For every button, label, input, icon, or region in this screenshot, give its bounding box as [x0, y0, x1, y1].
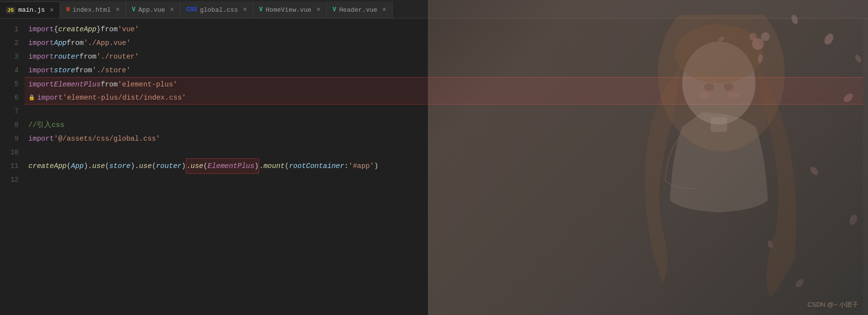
token-plain: ( [105, 159, 110, 173]
code-content: import { createApp } from 'vue'import Ap… [24, 19, 863, 315]
token-str: './App.vue' [84, 36, 131, 50]
line-number: 8 [0, 118, 19, 132]
token-plain: ) [374, 159, 378, 173]
token-str: 'element-plus' [118, 78, 178, 91]
tab-close-button[interactable]: × [50, 7, 54, 14]
code-line: import ElementPlus from 'element-plus' [24, 77, 863, 91]
editor: JSmain.js×Hindex.html×VApp.vue×CSSglobal… [0, 0, 868, 315]
token-fn: createApp [28, 159, 67, 173]
token-str: './router' [96, 50, 139, 63]
token-plain: ( [152, 159, 156, 173]
token-plain: ) [254, 162, 259, 170]
code-line: import '@/assets/css/global.css' [24, 132, 863, 146]
tab-homeview-vue[interactable]: VHomeView.vue× [253, 1, 327, 18]
tab-label: index.html [72, 6, 111, 14]
token-from-kw: from [79, 50, 96, 63]
token-fn: createApp [58, 22, 96, 36]
line-number: 7 [0, 105, 19, 118]
token-plain: . [88, 159, 92, 173]
tab-icon-vue: V [132, 6, 135, 13]
tab-icon-html: H [66, 6, 69, 13]
token-plain: } [96, 22, 101, 36]
line-number: 1 [0, 22, 19, 36]
tab-label: Header.vue [339, 6, 378, 14]
token-from-kw: from [75, 63, 92, 77]
token-str: 'vue' [118, 22, 139, 36]
token-var: store [109, 159, 131, 173]
token-var: router [54, 50, 79, 63]
code-line: import router from './router' [24, 50, 863, 63]
line-number: 4 [0, 63, 19, 77]
token-comment: //引入css [28, 118, 65, 132]
line-number: 3 [0, 50, 19, 63]
token-ep: ElementPlus [208, 162, 255, 170]
token-str: '@/assets/css/global.css' [54, 132, 160, 146]
tab-icon-js: JS [6, 7, 15, 14]
token-var: router [156, 159, 181, 173]
token-str: 'element-plus/dist/index.css' [63, 91, 186, 105]
watermark: CSDN @~ 小团子 [807, 300, 858, 309]
token-method: use [92, 159, 105, 173]
code-line: import App from './App.vue' [24, 36, 863, 50]
tab-close-button[interactable]: × [115, 6, 119, 13]
tab-close-button[interactable]: × [243, 6, 247, 13]
tab-global-css[interactable]: CSSglobal.css× [180, 1, 253, 18]
tab-close-button[interactable]: × [170, 6, 174, 13]
token-method: use [191, 162, 203, 170]
token-param: rootContainer [289, 159, 344, 173]
tab-close-button[interactable]: × [316, 6, 320, 13]
token-method: use [139, 159, 152, 173]
token-plain: ( [67, 159, 71, 173]
tab-close-button[interactable]: × [382, 6, 386, 13]
token-kw: import [28, 132, 54, 146]
tab-label: global.css [200, 6, 238, 14]
tab-icon-css: CSS [186, 6, 197, 13]
token-var: App [71, 159, 84, 173]
code-line [24, 105, 863, 118]
token-plain: ( [203, 162, 208, 170]
code-line: //引入css [24, 118, 863, 132]
tab-main-js[interactable]: JSmain.js× [0, 1, 60, 18]
line-number: 12 [0, 173, 19, 187]
code-line: 🔒import 'element-plus/dist/index.css' [24, 91, 863, 105]
token-plain: ( [285, 159, 289, 173]
token-from-kw: from [67, 36, 84, 50]
token-plain: ) [131, 159, 135, 173]
tab-label: main.js [18, 6, 45, 14]
token-str: './store' [92, 63, 131, 77]
token-kw: import [28, 22, 54, 36]
token-kw: import [37, 91, 63, 105]
token-plain: ) [84, 159, 88, 173]
token-plain: . [186, 162, 191, 170]
line-numbers: 123456789101112 [0, 19, 24, 315]
token-ep: ElementPlus [54, 78, 101, 91]
tab-label: HomeView.vue [266, 6, 312, 14]
line-number: 11 [0, 159, 19, 173]
tab-header-vue[interactable]: VHeader.vue× [327, 1, 393, 18]
token-var: App [54, 36, 67, 50]
tab-app-vue[interactable]: VApp.vue× [126, 1, 180, 18]
code-line [24, 173, 863, 187]
token-kw: import [28, 78, 54, 91]
token-var: store [54, 63, 75, 77]
token-method: mount [264, 159, 285, 173]
line-number: 9 [0, 132, 19, 146]
tab-icon-vue: V [259, 6, 263, 13]
scrollbar[interactable] [863, 19, 868, 315]
token-hash: '#app' [349, 159, 374, 173]
tab-index-html[interactable]: Hindex.html× [60, 1, 126, 18]
inline-highlight: .use(ElementPlus) [186, 158, 259, 174]
token-from-kw: from [101, 22, 118, 36]
tab-label: App.vue [138, 6, 165, 14]
token-kw: import [28, 50, 54, 63]
code-line: import store from './store' [24, 63, 863, 77]
tab-icon-vue: V [333, 6, 336, 13]
line-number: 10 [0, 146, 19, 159]
tab-bar: JSmain.js×Hindex.html×VApp.vue×CSSglobal… [0, 0, 868, 19]
token-plain: { [54, 22, 58, 36]
code-line [24, 146, 863, 159]
line-number: 2 [0, 36, 19, 50]
token-plain: . [259, 159, 264, 173]
token-plain: ) [181, 159, 186, 173]
line-number: 5 [0, 77, 19, 91]
